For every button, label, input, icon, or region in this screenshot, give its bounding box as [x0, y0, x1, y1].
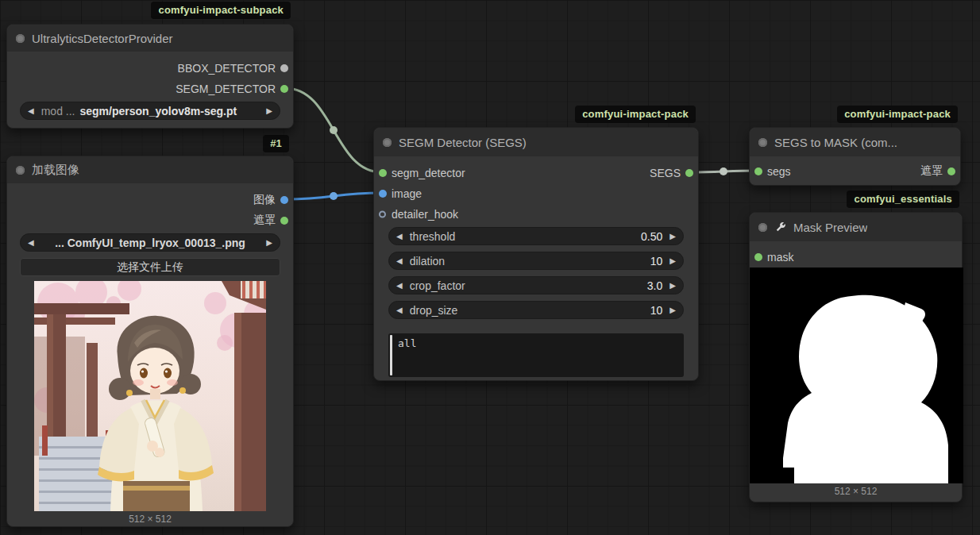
node-title-bar[interactable]: SEGS to MASK (com... — [750, 128, 960, 156]
mask-input-slot[interactable] — [754, 253, 762, 261]
mask-output-slot[interactable] — [280, 217, 288, 225]
dilation-widget[interactable]: ◀ dilation 10 ▶ — [388, 252, 684, 270]
node-title-bar[interactable]: Mask Preview — [750, 213, 962, 241]
combo-value: ... ComfyUI_temp_lryox_00013_.png — [34, 237, 267, 249]
input-label: mask — [767, 251, 793, 264]
link-midpoint-dot — [720, 167, 727, 175]
labels-text-area[interactable]: all — [388, 333, 684, 377]
widget-value: 3.0 — [647, 279, 662, 292]
node-mask-preview[interactable]: Mask Preview mask 512 × 512 — [749, 212, 963, 502]
decrement-arrow-icon[interactable]: ◀ — [396, 233, 403, 241]
widget-value: 10 — [650, 304, 663, 317]
output-label: SEGM_DETECTOR — [176, 83, 276, 95]
bbox-detector-output-slot[interactable] — [280, 64, 288, 72]
node-order-badge: #1 — [263, 135, 289, 152]
node-title-bar[interactable]: UltralyticsDetectorProvider — [7, 25, 293, 52]
combo-label: mod ... — [41, 105, 75, 117]
image-output-slot[interactable] — [280, 196, 288, 204]
input-row: image — [374, 183, 698, 204]
input-row: detailer_hook — [374, 204, 698, 225]
node-badge: comfyui-impact-pack — [837, 106, 958, 123]
decrement-arrow-icon[interactable]: ◀ — [396, 257, 403, 265]
increment-arrow-icon[interactable]: ▶ — [669, 306, 676, 314]
image-file-combo[interactable]: ◀ ... ComfyUI_temp_lryox_00013_.png ▶ — [20, 233, 280, 252]
increment-arrow-icon[interactable]: ▶ — [669, 257, 676, 265]
increment-arrow-icon[interactable]: ▶ — [669, 233, 676, 241]
widget-label: threshold — [410, 230, 456, 243]
input-label: detailer_hook — [392, 208, 458, 221]
widget-label: dilation — [410, 255, 445, 268]
output-label: 遮罩 — [253, 214, 276, 228]
segs-output-slot[interactable] — [685, 169, 693, 177]
node-badge: comfyui-impact-pack — [575, 106, 696, 123]
node-badge: comfyui_essentials — [847, 191, 959, 208]
image-preview — [34, 281, 266, 511]
model-name-combo[interactable]: ◀ mod ... segm/person_yolov8m-seg.pt ▶ — [20, 102, 280, 120]
node-segs-to-mask[interactable]: SEGS to MASK (com... segs 遮罩 — [749, 127, 961, 186]
input-row: mask — [750, 247, 962, 268]
output-label: 图像 — [253, 193, 276, 207]
output-row: 图像 — [7, 190, 293, 210]
node-title-bar[interactable]: SEGM Detector (SEGS) — [374, 128, 698, 156]
link-midpoint-dot — [330, 126, 338, 134]
node-graph-canvas[interactable]: comfyui-impact-subpack #1 comfyui-impact… — [0, 0, 980, 535]
labels-text: all — [398, 337, 416, 349]
segm-detector-input-slot[interactable] — [379, 169, 387, 177]
combo-value: segm/person_yolov8m-seg.pt — [80, 105, 237, 117]
crop-factor-widget[interactable]: ◀ crop_factor 3.0 ▶ — [388, 276, 684, 294]
detailer-hook-input-slot[interactable] — [379, 211, 386, 218]
io-row: segs 遮罩 — [750, 161, 960, 182]
widget-value: 10 — [650, 255, 663, 268]
mask-output-slot[interactable] — [947, 167, 955, 175]
widget-label: drop_size — [410, 304, 458, 317]
node-segm-detector[interactable]: SEGM Detector (SEGS) segm_detector SEGS … — [373, 127, 699, 381]
input-label: image — [392, 187, 422, 200]
drop-size-widget[interactable]: ◀ drop_size 10 ▶ — [388, 301, 684, 319]
mask-preview-image — [750, 268, 963, 483]
increment-arrow-icon[interactable]: ▶ — [669, 282, 676, 290]
combo-next-arrow-icon[interactable]: ▶ — [266, 239, 272, 247]
image-input-slot[interactable] — [379, 190, 387, 198]
input-label: segm_detector — [392, 167, 465, 179]
widget-label: crop_factor — [410, 279, 465, 292]
text-cursor — [390, 335, 392, 375]
node-title-bar[interactable]: 加载图像 — [7, 156, 293, 183]
mask-size-caption: 512 × 512 — [750, 486, 962, 497]
widget-value: 0.50 — [641, 230, 662, 243]
upload-file-button[interactable]: 选择文件上传 — [20, 258, 280, 276]
combo-prev-arrow-icon[interactable]: ◀ — [28, 107, 34, 115]
node-title: 加载图像 — [32, 163, 79, 178]
node-title: SEGS to MASK (com... — [774, 136, 897, 149]
node-load-image[interactable]: 加载图像 图像 遮罩 ◀ ... ComfyUI_temp_lryox_0001… — [6, 156, 294, 527]
threshold-widget[interactable]: ◀ threshold 0.50 ▶ — [388, 227, 684, 245]
segm-detector-output-slot[interactable] — [280, 85, 288, 93]
node-title: SEGM Detector (SEGS) — [399, 136, 527, 149]
decrement-arrow-icon[interactable]: ◀ — [396, 282, 403, 290]
output-label: SEGS — [650, 167, 681, 179]
link-midpoint-dot — [330, 192, 338, 200]
output-label: BBOX_DETECTOR — [178, 62, 276, 75]
output-row: BBOX_DETECTOR — [7, 58, 293, 79]
combo-next-arrow-icon[interactable]: ▶ — [266, 107, 272, 115]
combo-prev-arrow-icon[interactable]: ◀ — [28, 239, 34, 247]
output-label: 遮罩 — [920, 164, 943, 179]
collapse-dot-icon[interactable] — [758, 138, 767, 147]
input-label: segs — [767, 165, 791, 178]
io-row: segm_detector SEGS — [374, 163, 698, 183]
collapse-dot-icon[interactable] — [16, 34, 25, 43]
collapse-dot-icon[interactable] — [758, 223, 767, 232]
node-badge: comfyui-impact-subpack — [151, 2, 291, 19]
image-size-caption: 512 × 512 — [7, 514, 293, 525]
wrench-icon — [774, 221, 786, 233]
collapse-dot-icon[interactable] — [16, 166, 25, 175]
output-row: 遮罩 — [7, 210, 293, 231]
collapse-dot-icon[interactable] — [383, 138, 392, 147]
node-title: Mask Preview — [793, 221, 867, 234]
decrement-arrow-icon[interactable]: ◀ — [396, 306, 403, 314]
node-ultralytics-detector-provider[interactable]: UltralyticsDetectorProvider BBOX_DETECTO… — [6, 24, 294, 129]
node-title: UltralyticsDetectorProvider — [32, 32, 173, 45]
segs-input-slot[interactable] — [754, 167, 762, 175]
output-row: SEGM_DETECTOR — [7, 79, 293, 99]
